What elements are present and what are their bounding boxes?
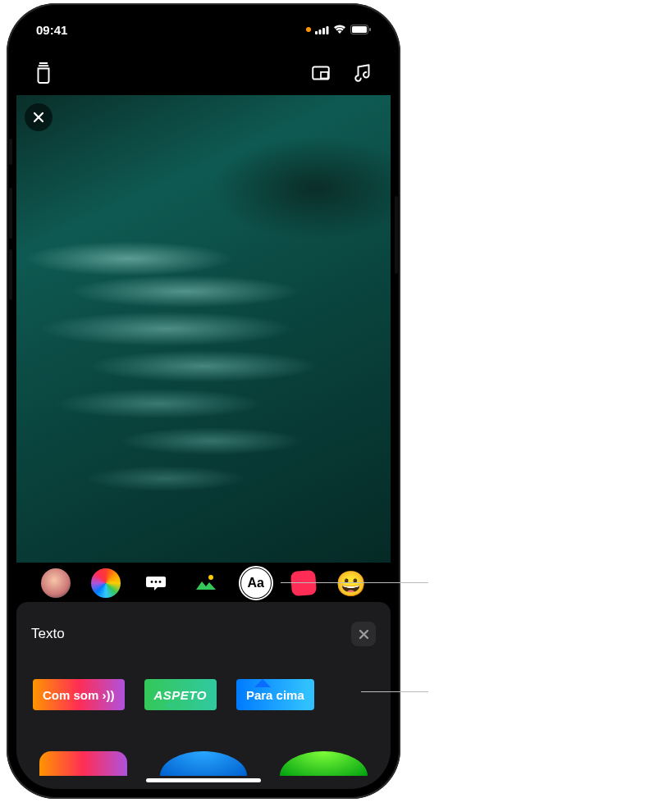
- speech-bubble-icon: [144, 572, 167, 595]
- clips-library-icon[interactable]: [33, 62, 54, 84]
- text-style-preview[interactable]: [160, 751, 248, 776]
- text-panel: Texto Com som ›)) ASPETO Para cima: [16, 602, 391, 789]
- svg-rect-5: [352, 26, 367, 33]
- svg-rect-3: [327, 26, 329, 34]
- svg-rect-8: [321, 72, 328, 79]
- effect-text-button[interactable]: Aa: [241, 568, 271, 598]
- wifi-icon: [333, 25, 346, 34]
- text-style-preview[interactable]: [280, 751, 368, 776]
- effect-emoji-button[interactable]: 😀: [336, 568, 365, 598]
- svg-rect-2: [322, 28, 325, 34]
- volume-up-button: [9, 188, 12, 239]
- cellular-icon: [315, 25, 329, 34]
- text-style-label: ASPETO: [154, 688, 207, 702]
- notch: [126, 13, 281, 36]
- panel-close-button[interactable]: [351, 622, 376, 646]
- panel-title: Texto: [31, 626, 65, 642]
- effects-row: Aa 😀: [16, 564, 391, 602]
- effect-shapes-button[interactable]: [290, 570, 317, 596]
- text-style-label: Para cima: [246, 688, 304, 702]
- effect-livetitles-button[interactable]: [141, 568, 171, 598]
- svg-point-11: [159, 581, 162, 583]
- effect-filters-button[interactable]: [91, 568, 121, 598]
- home-indicator[interactable]: [146, 778, 261, 782]
- svg-point-12: [208, 575, 213, 580]
- svg-rect-1: [319, 30, 322, 34]
- effect-stickers-button[interactable]: [191, 568, 221, 598]
- text-styles-row-2[interactable]: [16, 710, 391, 776]
- status-right: [306, 25, 371, 34]
- selection-ring-icon: [239, 566, 273, 600]
- svg-point-9: [151, 581, 153, 583]
- mic-indicator-icon: [306, 27, 311, 32]
- text-style-paracima[interactable]: Para cima: [236, 679, 314, 710]
- text-style-preview[interactable]: [39, 751, 127, 776]
- text-style-aspeto[interactable]: ASPETO: [144, 679, 217, 710]
- close-icon: [33, 112, 44, 123]
- text-style-label: Com som ›)): [43, 688, 115, 702]
- battery-icon: [350, 25, 371, 34]
- svg-rect-0: [315, 31, 318, 34]
- volume-down-button: [9, 249, 12, 300]
- side-button: [395, 196, 398, 274]
- phone-frame: 09:41: [7, 3, 400, 799]
- effect-memoji-button[interactable]: [41, 568, 71, 598]
- landscape-icon: [194, 572, 217, 595]
- svg-point-10: [155, 581, 158, 583]
- panel-header: Texto: [16, 617, 391, 651]
- mute-switch: [9, 139, 12, 165]
- close-button[interactable]: [25, 103, 53, 131]
- svg-rect-6: [369, 28, 371, 31]
- aspect-ratio-icon[interactable]: [310, 62, 331, 84]
- status-time: 09:41: [36, 23, 67, 37]
- screen: 09:41: [16, 13, 391, 789]
- callout-line: [361, 691, 428, 692]
- callout-line: [281, 582, 428, 583]
- text-style-comsom[interactable]: Com som ›)): [33, 679, 125, 710]
- video-preview[interactable]: [16, 95, 391, 563]
- top-toolbar: [16, 52, 391, 93]
- close-icon: [359, 629, 369, 640]
- text-styles-row[interactable]: Com som ›)) ASPETO Para cima: [16, 651, 391, 710]
- music-icon[interactable]: [353, 62, 374, 84]
